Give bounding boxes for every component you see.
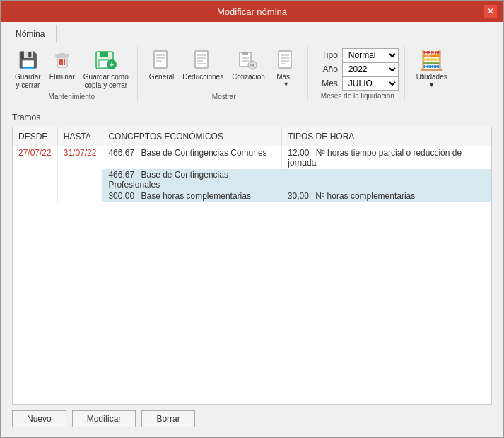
hours-amount-2: 30,00 <box>288 191 309 201</box>
hasta-value: 31/07/22 <box>57 146 102 202</box>
ribbon-group-mostrar: General Deducciones <box>141 46 308 102</box>
cotizacion-button[interactable]: % Cotización <box>229 47 268 83</box>
save-copy-icon-svg: + <box>95 49 117 71</box>
ribbon-group-utilidades: 🧮 Utilidades ▼ <box>408 46 456 102</box>
tab-nomina[interactable]: Nómina <box>4 25 57 43</box>
close-button[interactable]: ✕ <box>484 4 498 18</box>
mostrar-buttons: General Deducciones <box>146 47 302 91</box>
amount-2: 300,00 <box>108 191 134 201</box>
cotizacion-label: Cotización <box>232 73 265 81</box>
mas-button[interactable]: Más... ▼ <box>271 47 302 89</box>
delete-icon <box>51 49 74 71</box>
content-area: Tramos DESDE HASTA CONCEPTOS ECONÓMICOS … <box>1 105 503 437</box>
hours-0: 12,00 Nº horas tiempo parcial o reducció… <box>282 146 491 170</box>
save-close-button[interactable]: 💾 Guardary cerrar <box>12 47 44 91</box>
ribbon: 💾 Guardary cerrar Elimi <box>1 43 503 105</box>
delete-label: Eliminar <box>49 73 75 81</box>
svg-rect-15 <box>195 51 208 68</box>
svg-rect-21 <box>242 52 248 55</box>
cotizacion-icon: % <box>237 49 259 71</box>
ano-select[interactable]: 2022 2021 2023 <box>342 62 399 76</box>
svg-rect-7 <box>100 52 108 57</box>
table-header-row: DESDE HASTA CONCEPTOS ECONÓMICOS TIPOS D… <box>13 127 491 146</box>
hours-type-2: Nº horas complementarias <box>315 191 415 201</box>
ano-row: Año 2022 2021 2023 <box>317 62 399 76</box>
concept-0: 466,67 Base de Contingencias Comunes <box>102 146 282 170</box>
footer-buttons: Nuevo Modificar Borrar <box>12 405 492 430</box>
cotizacion-icon-svg: % <box>238 50 259 71</box>
concept-text-2: Base horas complementarias <box>141 191 250 201</box>
desde-value: 27/07/22 <box>13 146 57 202</box>
svg-text:+: + <box>110 61 114 69</box>
general-icon-svg <box>151 50 172 71</box>
nuevo-button[interactable]: Nuevo <box>12 410 66 427</box>
svg-text:%: % <box>250 63 254 68</box>
tipo-select[interactable]: Normal Extraordinaria Atraso <box>342 48 399 62</box>
amount-1: 466,67 <box>108 170 134 180</box>
col-conceptos: CONCEPTOS ECONÓMICOS <box>102 127 282 146</box>
col-desde: DESDE <box>13 127 57 146</box>
concept-1: 466,67 Base de Contingencias Profesional… <box>102 169 282 190</box>
utilidades-arrow: ▼ <box>428 81 435 89</box>
mas-arrow: ▼ <box>283 81 289 88</box>
borrar-button[interactable]: Borrar <box>141 410 194 427</box>
mas-icon-svg <box>276 50 297 71</box>
meses-label: Meses de la liquidación <box>317 92 399 100</box>
mantenimiento-buttons: 💾 Guardary cerrar Elimi <box>12 47 131 91</box>
concept-2: 300,00 Base horas complementarias <box>102 190 282 202</box>
mes-select[interactable]: JULIO ENEROFEBREROMARZO ABRILMAYOJUNIO A… <box>342 76 399 91</box>
calculator-icon: 🧮 <box>419 49 444 73</box>
mes-row: Mes JULIO ENEROFEBREROMARZO ABRILMAYOJUN… <box>317 76 399 91</box>
svg-rect-26 <box>279 51 291 68</box>
svg-rect-5 <box>59 53 65 55</box>
general-label: General <box>149 73 175 81</box>
hours-2: 30,00 Nº horas complementarias <box>282 190 491 202</box>
concept-text-0: Base de Contingencias Comunes <box>141 148 266 158</box>
hours-type-0: Nº horas tiempo parcial o reducción de j… <box>288 148 462 168</box>
ribbon-tabs: Nómina <box>1 22 503 43</box>
window-title: Modificar nómina <box>20 6 484 17</box>
hours-1 <box>282 169 491 190</box>
mantenimiento-label: Mantenimiento <box>49 93 95 100</box>
utilidades-label: Utilidades <box>416 73 447 81</box>
deducciones-icon-svg <box>192 50 213 71</box>
save-close-label: Guardary cerrar <box>15 73 41 90</box>
deducciones-label: Deducciones <box>182 73 223 81</box>
title-bar: Modificar nómina ✕ <box>1 1 503 22</box>
deducciones-icon <box>192 49 214 71</box>
ano-label: Año <box>317 64 338 74</box>
hours-amount-0: 12,00 <box>288 148 309 158</box>
mostrar-label: Mostrar <box>212 93 236 100</box>
modificar-button[interactable]: Modificar <box>72 410 136 427</box>
utilidades-button[interactable]: 🧮 Utilidades ▼ <box>414 47 450 90</box>
section-label: Tramos <box>12 113 492 122</box>
general-button[interactable]: General <box>146 47 177 83</box>
ribbon-group-meses: Tipo Normal Extraordinaria Atraso Año 20… <box>311 46 405 102</box>
table-row[interactable]: 27/07/22 31/07/22 466,67 Base de Conting… <box>13 146 491 170</box>
tramos-table-container: DESDE HASTA CONCEPTOS ECONÓMICOS TIPOS D… <box>12 127 492 405</box>
tramos-table: DESDE HASTA CONCEPTOS ECONÓMICOS TIPOS D… <box>13 127 491 202</box>
save-copy-button[interactable]: + Guardar comocopia y cerrar <box>81 47 131 91</box>
save-copy-icon: + <box>95 49 117 71</box>
main-window: Modificar nómina ✕ Nómina 💾 Guardary cer… <box>0 0 504 438</box>
mas-icon <box>275 49 298 71</box>
amount-0: 466,67 <box>108 148 134 158</box>
general-icon <box>151 49 173 71</box>
tipo-label: Tipo <box>317 50 338 60</box>
mes-label: Mes <box>317 79 338 88</box>
ribbon-group-mantenimiento: 💾 Guardary cerrar Elimi <box>6 46 138 102</box>
mas-label: Más... <box>276 73 295 81</box>
svg-rect-11 <box>154 51 167 68</box>
save-icon: 💾 <box>16 49 39 71</box>
save-copy-label: Guardar comocopia y cerrar <box>83 73 129 90</box>
tipo-row: Tipo Normal Extraordinaria Atraso <box>317 48 399 62</box>
deducciones-button[interactable]: Deducciones <box>180 47 226 83</box>
delete-icon-svg <box>52 50 72 70</box>
col-hasta: HASTA <box>57 127 102 146</box>
col-tipos: TIPOS DE HORA <box>282 127 491 146</box>
delete-button[interactable]: Eliminar <box>47 47 78 83</box>
